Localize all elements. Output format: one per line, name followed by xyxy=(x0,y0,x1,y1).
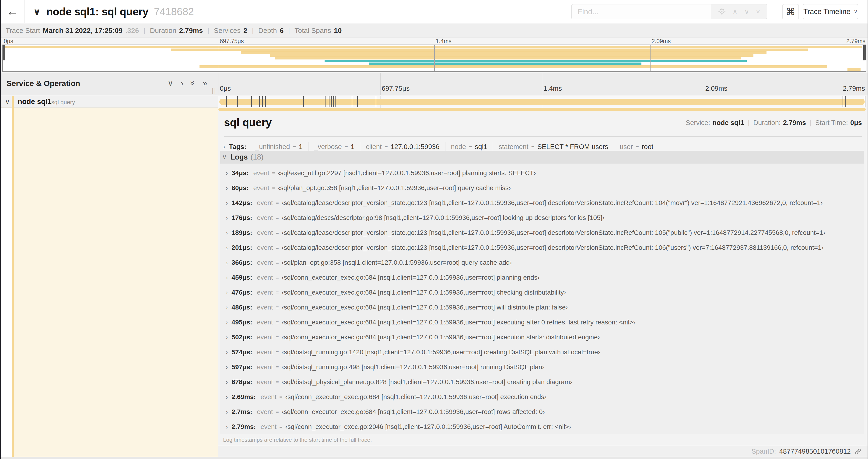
summary-label: Trace Start xyxy=(6,27,40,35)
minimap-span-bar xyxy=(369,63,642,65)
log-row[interactable]: ›201μs:event=‹sql/catalog/lease/descript… xyxy=(220,240,864,255)
collapse-one-chevron-down-icon[interactable]: ∨ xyxy=(167,79,174,87)
summary-item: Services2 xyxy=(214,27,247,35)
summary-item: Total Spans10 xyxy=(294,27,342,35)
summary-label: Total Spans xyxy=(294,27,331,35)
log-timestamp: 34μs: xyxy=(231,169,248,177)
separator: | xyxy=(208,27,209,34)
log-row[interactable]: ›678μs:event=‹sql/distsql_physical_plann… xyxy=(220,374,864,390)
link-icon[interactable] xyxy=(854,448,862,456)
equals-sign: = xyxy=(276,319,279,326)
view-selector-button[interactable]: Trace Timeline ∨ xyxy=(803,4,858,19)
tags-list: _unfinished=1_verbose=1client=127.0.0.1:… xyxy=(250,142,659,152)
chevron-right-icon: › xyxy=(226,424,228,430)
log-row[interactable]: ›366μs:event=‹sql/plan_opt.go:358 [nsql1… xyxy=(220,255,864,270)
separator: | xyxy=(748,119,750,127)
log-field-name: event xyxy=(257,244,273,252)
top-bar: ← ∨ node sql1: sql query 7418682 ∧ ∨ × ⌘… xyxy=(0,0,868,23)
log-field-value: ‹sql/plan_opt.go:358 [nsql1,client=127.0… xyxy=(278,184,511,192)
keyboard-shortcuts-button[interactable]: ⌘ xyxy=(782,4,799,19)
log-field-name: event xyxy=(257,319,273,326)
tag-item: client=127.0.0.1:59936 xyxy=(360,142,445,152)
minimap-left-drag-handle[interactable] xyxy=(3,45,5,60)
back-arrow-icon: ← xyxy=(6,5,18,19)
log-field-value: ‹sql/distsql_physical_planner.go:828 [ns… xyxy=(282,378,572,386)
log-row[interactable]: ›486μs:event=‹sql/conn_executor_exec.go:… xyxy=(220,300,864,315)
log-row[interactable]: ›142μs:event=‹sql/catalog/lease/descript… xyxy=(220,195,864,210)
chevron-right-icon: › xyxy=(226,379,228,385)
log-row[interactable]: ›495μs:event=‹sql/conn_executor_exec.go:… xyxy=(220,315,864,330)
log-field-name: event xyxy=(257,274,273,281)
log-field-name: event xyxy=(257,289,273,296)
span-row-timeline[interactable] xyxy=(218,96,866,108)
row-chevron-down-icon[interactable]: ∨ xyxy=(5,98,10,106)
expand-one-chevron-right-icon[interactable]: › xyxy=(181,79,183,87)
collapse-trace-chevron-down-icon[interactable]: ∨ xyxy=(33,6,40,17)
log-row[interactable]: ›2.7ms:event=‹sql/conn_executor_exec.go:… xyxy=(220,404,864,419)
tag-item: user=root xyxy=(614,142,659,152)
column-resize-grip[interactable]: || xyxy=(212,87,217,94)
log-row[interactable]: ›502μs:event=‹sql/conn_executor_exec.go:… xyxy=(220,330,864,345)
log-field-name: event xyxy=(253,184,270,192)
log-marker-tick xyxy=(865,96,865,107)
log-row[interactable]: ›80μs:event=‹sql/plan_opt.go:358 [nsql1,… xyxy=(220,181,864,195)
back-button[interactable]: ← xyxy=(0,0,25,23)
timeline-tick-label: 0μs xyxy=(2,38,13,44)
minimap-canvas[interactable] xyxy=(2,44,866,72)
log-row[interactable]: ›34μs:event=‹sql/exec_util.go:2297 [nsql… xyxy=(220,166,864,181)
collapse-controls: ∨ › » » xyxy=(167,79,207,87)
summary-item: Depth6 xyxy=(258,27,284,35)
timeline-tick-label: 1.4ms xyxy=(434,38,452,44)
log-row[interactable]: ›459μs:event=‹sql/conn_executor_exec.go:… xyxy=(220,270,864,285)
summary-value-muted: .326 xyxy=(125,27,139,35)
find-input[interactable] xyxy=(572,4,711,19)
log-field-value: ‹sql/distsql_running.go:498 [nsql1,clien… xyxy=(282,363,545,371)
minimap-right-drag-handle[interactable] xyxy=(863,45,866,60)
timeline-tick-label: 697.75μs xyxy=(380,85,410,92)
summary-value: 6 xyxy=(280,27,284,35)
span-detail-panel: sql query Service: node sql1 | Duration:… xyxy=(218,111,866,446)
log-field-value: ‹sql/catalog/descs/descriptor.go:98 [nsq… xyxy=(282,214,604,222)
find-next-chevron-down-icon[interactable]: ∨ xyxy=(744,8,749,15)
timeline-tick-label: 0μs xyxy=(218,85,231,92)
log-row[interactable]: ›597μs:event=‹sql/distsql_running.go:498… xyxy=(220,360,864,374)
tag-value: root xyxy=(642,143,653,151)
find-prev-chevron-up-icon[interactable]: ∧ xyxy=(733,8,738,15)
log-row[interactable]: ›476μs:event=‹sql/conn_executor_exec.go:… xyxy=(220,285,864,300)
tags-label: Tags: xyxy=(229,143,246,151)
timeline-tick-label: 2.79ms xyxy=(843,85,866,92)
duration-label: Duration: xyxy=(753,119,781,127)
chevron-right-icon: › xyxy=(226,320,228,325)
target-icon[interactable] xyxy=(718,7,726,16)
minimap-span-bar xyxy=(171,48,808,51)
timeline-gridline xyxy=(650,45,651,71)
span-detail-meta: Service: node sql1 | Duration: 2.79ms | … xyxy=(686,119,862,127)
span-duration-bar[interactable] xyxy=(219,99,865,105)
log-row[interactable]: ›2.79ms:event=‹sql/conn_executor_exec.go… xyxy=(220,419,864,434)
log-field-value: ‹sql/conn_executor_exec.go:2046 [nsql1,c… xyxy=(285,423,571,431)
equals-sign: = xyxy=(384,144,388,151)
log-row[interactable]: ›574μs:event=‹sql/distsql_running.go:142… xyxy=(220,345,864,360)
log-row[interactable]: ›176μs:event=‹sql/catalog/descs/descript… xyxy=(220,210,864,225)
chevron-right-icon: › xyxy=(226,290,228,296)
summary-value: 2.79ms xyxy=(179,27,203,35)
summary-item: Duration2.79ms xyxy=(150,27,203,35)
page-title: node sql1: sql query xyxy=(46,5,148,18)
log-row[interactable]: ›2.69ms:event=‹sql/conn_executor_exec.go… xyxy=(220,390,864,404)
minimap-span-bar xyxy=(199,65,827,68)
collapse-all-double-chevron-down-icon[interactable]: » xyxy=(189,81,197,85)
trace-summary-bar: Trace StartMarch 31 2022, 17:25:09.326|D… xyxy=(0,24,868,38)
equals-sign: = xyxy=(276,289,279,296)
span-row-name-cell[interactable]: ∨ node sql1 sql query xyxy=(0,96,218,108)
find-clear-close-icon[interactable]: × xyxy=(756,8,760,15)
expand-all-double-chevron-right-icon[interactable]: » xyxy=(203,79,207,87)
log-field-name: event xyxy=(260,423,277,431)
timeline-tick-label: 2.09ms xyxy=(704,85,727,92)
log-marker-tick xyxy=(845,96,846,107)
log-row[interactable]: ›189μs:event=‹sql/catalog/lease/descript… xyxy=(220,225,864,240)
tag-value: 1 xyxy=(299,143,303,151)
log-field-value: ‹sql/distsql_running.go:1420 [nsql1,clie… xyxy=(282,349,600,356)
logs-section-toggle[interactable]: ∨ Logs (18) xyxy=(220,151,864,163)
span-id-footer: SpanID: 4877749850101760812 xyxy=(218,446,868,457)
log-timestamp: 502μs: xyxy=(231,333,252,341)
